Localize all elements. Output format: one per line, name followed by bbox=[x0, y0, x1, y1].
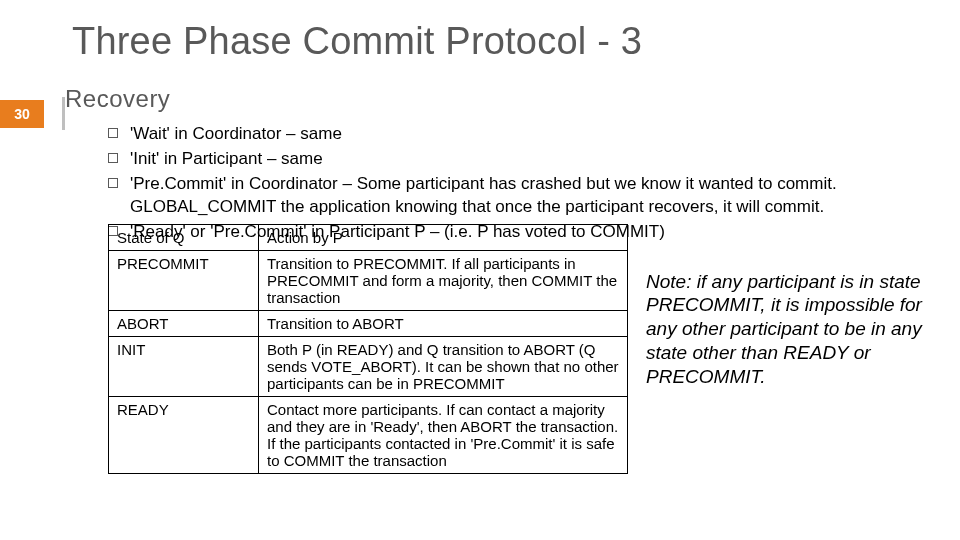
cell-action: Both P (in READY) and Q transition to AB… bbox=[259, 336, 628, 396]
list-item: 'Pre.Commit' in Coordinator – Some parti… bbox=[108, 173, 948, 219]
slide: Three Phase Commit Protocol - 3 30 Recov… bbox=[0, 0, 960, 540]
cell-state: PRECOMMIT bbox=[109, 250, 259, 310]
page-number-badge: 30 bbox=[0, 100, 44, 128]
cell-state: INIT bbox=[109, 336, 259, 396]
bullet-icon bbox=[108, 128, 118, 138]
subtitle: Recovery bbox=[65, 85, 170, 113]
cell-action: Transition to ABORT bbox=[259, 310, 628, 336]
bullet-text: 'Pre.Commit' in Coordinator – Some parti… bbox=[130, 173, 948, 219]
list-item: 'Init' in Participant – same bbox=[108, 148, 948, 171]
cell-state: READY bbox=[109, 396, 259, 473]
list-item: 'Wait' in Coordinator – same bbox=[108, 123, 948, 146]
table-row: READY Contact more participants. If can … bbox=[109, 396, 628, 473]
th-state: State of Q bbox=[109, 224, 259, 250]
table-header-row: State of Q Action by P bbox=[109, 224, 628, 250]
lower-row: State of Q Action by P PRECOMMIT Transit… bbox=[72, 224, 960, 474]
cell-action: Contact more participants. If can contac… bbox=[259, 396, 628, 473]
bullet-icon bbox=[108, 178, 118, 188]
side-note: Note: if any participant is in state PRE… bbox=[646, 270, 951, 389]
th-action: Action by P bbox=[259, 224, 628, 250]
bullet-icon bbox=[108, 153, 118, 163]
table-row: INIT Both P (in READY) and Q transition … bbox=[109, 336, 628, 396]
page-number: 30 bbox=[14, 106, 30, 122]
state-action-table: State of Q Action by P PRECOMMIT Transit… bbox=[108, 224, 628, 474]
subtitle-row: Recovery bbox=[65, 85, 960, 113]
cell-action: Transition to PRECOMMIT. If all particip… bbox=[259, 250, 628, 310]
cell-state: ABORT bbox=[109, 310, 259, 336]
subtitle-accent bbox=[62, 97, 65, 130]
bullet-text: 'Wait' in Coordinator – same bbox=[130, 123, 342, 146]
bullet-text: 'Init' in Participant – same bbox=[130, 148, 323, 171]
slide-title: Three Phase Commit Protocol - 3 bbox=[72, 20, 960, 63]
table-row: PRECOMMIT Transition to PRECOMMIT. If al… bbox=[109, 250, 628, 310]
table-row: ABORT Transition to ABORT bbox=[109, 310, 628, 336]
